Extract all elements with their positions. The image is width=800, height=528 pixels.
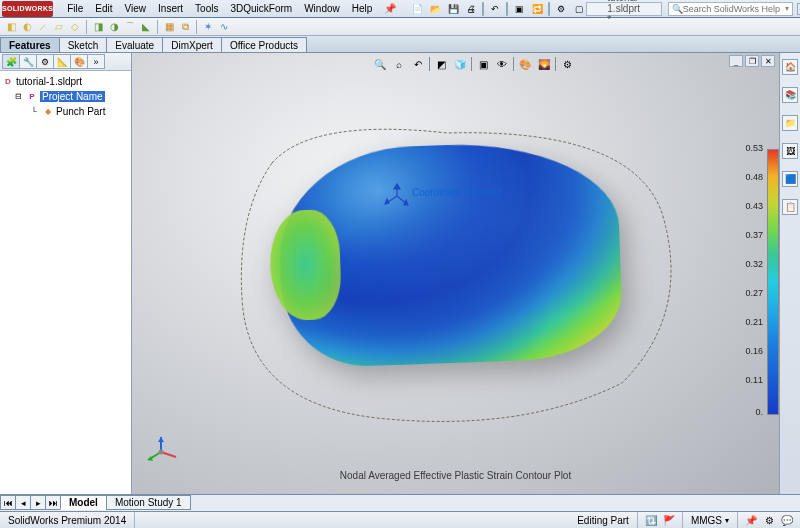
menu-3dquickform[interactable]: 3DQuickForm xyxy=(224,1,298,16)
bottom-tab-model[interactable]: Model xyxy=(60,495,107,510)
menu-view[interactable]: View xyxy=(119,1,153,16)
feature-manager-panel: 🧩 🔧 ⚙ 📐 🎨 » D tutorial-1.sldprt ⊟ P Proj… xyxy=(0,53,132,499)
status-reload-icon[interactable]: 🔃 xyxy=(644,514,658,526)
pattern-icon[interactable]: ▦ xyxy=(162,20,176,34)
collapse-icon[interactable]: ⊟ xyxy=(12,91,24,103)
tree-punch-part[interactable]: └ ◆ Punch Part xyxy=(28,104,129,119)
tree-root[interactable]: D tutorial-1.sldprt xyxy=(2,74,129,89)
screen-capture-button[interactable]: ▢ xyxy=(572,2,586,16)
color-legend: 0.53 0.48 0.43 0.37 0.32 0.27 0.21 0.16 … xyxy=(735,139,779,425)
loft-icon[interactable]: ▱ xyxy=(52,20,66,34)
menu-pin-icon[interactable]: 📌 xyxy=(378,1,402,16)
previous-view-icon[interactable]: ↶ xyxy=(410,57,426,71)
svg-marker-3 xyxy=(404,200,408,205)
document-tab[interactable]: tutorial-1.sldprt * xyxy=(586,2,661,16)
tab-scroll-last-icon[interactable]: ⏭ xyxy=(45,495,61,510)
legend-tick-4: 0.32 xyxy=(739,259,763,269)
status-help-icon[interactable]: 💬 xyxy=(780,514,794,526)
cut-extrude-icon[interactable]: ◨ xyxy=(91,20,105,34)
appearance-icon[interactable]: 🎨 xyxy=(517,57,533,71)
svg-marker-1 xyxy=(385,199,389,204)
feature-manager-tab-icon[interactable]: 🧩 xyxy=(2,54,20,69)
viewport-minimize-button[interactable]: _ xyxy=(729,55,743,67)
save-button[interactable]: 💾 xyxy=(446,2,460,16)
title-bar: SOLIDWORKS File Edit View Insert Tools 3… xyxy=(0,0,800,18)
appearances-tab-icon[interactable]: 🟦 xyxy=(782,171,798,187)
menu-tools[interactable]: Tools xyxy=(189,1,224,16)
view-orientation-icon[interactable]: 🧊 xyxy=(452,57,468,71)
status-units[interactable]: MMGS ▾ xyxy=(683,512,738,528)
file-explorer-tab-icon[interactable]: 📁 xyxy=(782,115,798,131)
status-pin-icon[interactable]: 📌 xyxy=(744,514,758,526)
legend-tick-0: 0.53 xyxy=(739,143,763,153)
configuration-manager-tab-icon[interactable]: ⚙ xyxy=(36,54,54,69)
boundary-icon[interactable]: ◇ xyxy=(68,20,82,34)
menu-help[interactable]: Help xyxy=(346,1,379,16)
menu-window[interactable]: Window xyxy=(298,1,346,16)
tree-project[interactable]: ⊟ P Project Name xyxy=(12,89,129,104)
search-input[interactable] xyxy=(683,4,783,14)
new-button[interactable]: 📄 xyxy=(410,2,424,16)
graphics-viewport[interactable]: 🔍 ⌕ ↶ ◩ 🧊 ▣ 👁 🎨 🌄 ⚙ _ ❐ ✕ xyxy=(132,53,779,499)
help-search[interactable]: 🔍 ▾ xyxy=(668,2,793,16)
svg-marker-5 xyxy=(394,184,400,189)
tab-scroll-next-icon[interactable]: ▸ xyxy=(30,495,46,510)
document-tabs: tutorial-1.sldprt * xyxy=(586,2,661,16)
viewport-restore-button[interactable]: ❐ xyxy=(745,55,759,67)
custom-props-tab-icon[interactable]: 📋 xyxy=(782,199,798,215)
view-settings-icon[interactable]: ⚙ xyxy=(559,57,575,71)
dimxpert-manager-tab-icon[interactable]: 📐 xyxy=(53,54,71,69)
cut-revolve-icon[interactable]: ◑ xyxy=(107,20,121,34)
print-button[interactable]: 🖨 xyxy=(464,2,478,16)
leaf-icon: └ xyxy=(28,106,40,118)
panel-tab-row: 🧩 🔧 ⚙ 📐 🎨 » xyxy=(0,53,131,71)
coordinate-system-triad xyxy=(382,181,412,211)
scene-icon[interactable]: 🌄 xyxy=(536,57,552,71)
tab-sketch[interactable]: Sketch xyxy=(59,37,108,52)
extrude-icon[interactable]: ◧ xyxy=(4,20,18,34)
reference-icon[interactable]: ✶ xyxy=(201,20,215,34)
punch-icon: ◆ xyxy=(42,106,54,118)
feature-tree[interactable]: D tutorial-1.sldprt ⊟ P Project Name └ ◆… xyxy=(0,71,131,499)
view-triad[interactable] xyxy=(144,435,178,469)
mirror-icon[interactable]: ⧉ xyxy=(178,20,192,34)
status-flag-icon[interactable]: 🚩 xyxy=(662,514,676,526)
options-button[interactable]: ⚙ xyxy=(554,2,568,16)
status-settings-icon[interactable]: ⚙ xyxy=(762,514,776,526)
view-palette-tab-icon[interactable]: 🖼 xyxy=(782,143,798,159)
display-manager-tab-icon[interactable]: 🎨 xyxy=(70,54,88,69)
select-button[interactable]: ▣ xyxy=(512,2,526,16)
undo-button[interactable]: ↶ xyxy=(488,2,502,16)
display-style-icon[interactable]: ▣ xyxy=(475,57,491,71)
resources-tab-icon[interactable]: 🏠 xyxy=(782,59,798,75)
chamfer-icon[interactable]: ◣ xyxy=(139,20,153,34)
tab-scroll-first-icon[interactable]: ⏮ xyxy=(0,495,16,510)
search-dropdown-icon[interactable]: ▾ xyxy=(785,4,789,13)
curves-icon[interactable]: ∿ xyxy=(217,20,231,34)
tab-evaluate[interactable]: Evaluate xyxy=(106,37,163,52)
rebuild-button[interactable]: 🔁 xyxy=(530,2,544,16)
menu-edit[interactable]: Edit xyxy=(89,1,118,16)
revolve-icon[interactable]: ◐ xyxy=(20,20,34,34)
design-library-tab-icon[interactable]: 📚 xyxy=(782,87,798,103)
quick-access-toolbar: ◧ ◐ ⟋ ▱ ◇ ◨ ◑ ⌒ ◣ ▦ ⧉ ✶ ∿ xyxy=(0,18,800,36)
tab-features[interactable]: Features xyxy=(0,37,60,52)
sweep-icon[interactable]: ⟋ xyxy=(36,20,50,34)
open-button[interactable]: 📂 xyxy=(428,2,442,16)
tab-scroll-prev-icon[interactable]: ◂ xyxy=(15,495,31,510)
zoom-fit-icon[interactable]: 🔍 xyxy=(372,57,388,71)
viewport-close-button[interactable]: ✕ xyxy=(761,55,775,67)
tab-office-products[interactable]: Office Products xyxy=(221,37,307,52)
menu-insert[interactable]: Insert xyxy=(152,1,189,16)
section-view-icon[interactable]: ◩ xyxy=(433,57,449,71)
panel-overflow-icon[interactable]: » xyxy=(87,54,105,69)
menu-file[interactable]: File xyxy=(61,1,89,16)
tab-dimxpert[interactable]: DimXpert xyxy=(162,37,222,52)
hide-show-icon[interactable]: 👁 xyxy=(494,57,510,71)
bottom-tab-motion-study[interactable]: Motion Study 1 xyxy=(106,495,191,510)
contour-shade-overlay xyxy=(276,139,623,369)
zoom-area-icon[interactable]: ⌕ xyxy=(391,57,407,71)
fillet-icon[interactable]: ⌒ xyxy=(123,20,137,34)
property-manager-tab-icon[interactable]: 🔧 xyxy=(19,54,37,69)
contour-surface xyxy=(276,139,623,369)
